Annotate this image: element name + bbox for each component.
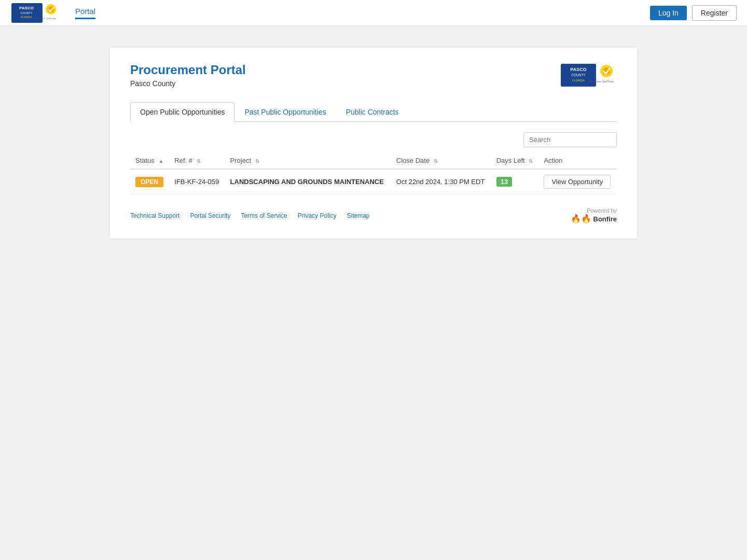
tab-public-contracts[interactable]: Public Contracts xyxy=(336,102,409,122)
days-left-badge: 13 xyxy=(496,177,512,187)
col-header-action: Action xyxy=(538,152,617,169)
table-body: OPEN IFB-KF-24-059 LANDSCAPING AND GROUN… xyxy=(130,169,617,194)
portal-title: Procurement Portal xyxy=(130,63,246,77)
table-header: Status ▲ Ref. # ⇅ Project ⇅ Close Date ⇅… xyxy=(130,152,617,169)
svg-text:FLORIDA: FLORIDA xyxy=(572,79,585,82)
col-header-ref[interactable]: Ref. # ⇅ xyxy=(169,152,225,169)
tab-past-public-opportunities[interactable]: Past Public Opportunities xyxy=(234,102,336,122)
svg-text:One Source. One Focus.: One Source. One Focus. xyxy=(34,17,57,20)
portal-logo: PASCO COUNTY FLORIDA One Source. One Foc… xyxy=(560,63,617,89)
sort-icon-project: ⇅ xyxy=(255,158,259,164)
powered-by-label: Powered by xyxy=(571,207,617,214)
portal-title-area: Procurement Portal Pasco County xyxy=(130,63,246,88)
svg-text:COUNTY: COUNTY xyxy=(20,11,33,15)
footer-links: Technical Support Portal Security Terms … xyxy=(130,212,370,219)
sort-icon-status: ▲ xyxy=(158,158,163,164)
cell-status: OPEN xyxy=(130,169,169,194)
main-container: Procurement Portal Pasco County PASCO CO… xyxy=(109,47,638,240)
portal-footer: Technical Support Portal Security Terms … xyxy=(130,207,617,223)
portal-subtitle: Pasco County xyxy=(130,79,246,88)
opportunities-table: Status ▲ Ref. # ⇅ Project ⇅ Close Date ⇅… xyxy=(130,152,617,194)
powered-by-area: Powered by 🔥🔥 Bonfire xyxy=(571,207,617,223)
svg-text:COUNTY: COUNTY xyxy=(571,73,586,77)
nav-portal-link[interactable]: Portal xyxy=(75,7,95,19)
svg-text:PASCO: PASCO xyxy=(570,67,586,72)
col-header-status[interactable]: Status ▲ xyxy=(130,152,169,169)
register-button[interactable]: Register xyxy=(692,5,737,21)
cell-close-date: Oct 22nd 2024, 1:30 PM EDT xyxy=(391,169,491,194)
footer-link-portal-security[interactable]: Portal Security xyxy=(190,212,230,219)
view-opportunity-button[interactable]: View Opportunity xyxy=(544,175,611,189)
footer-link-sitemap[interactable]: Sitemap xyxy=(347,212,369,219)
sort-icon-days-left: ⇅ xyxy=(529,158,533,164)
bonfire-icon: 🔥🔥 xyxy=(571,214,591,223)
status-badge: OPEN xyxy=(135,177,163,187)
top-nav: PASCO COUNTY FLORIDA One Source. One Foc… xyxy=(0,0,747,26)
cell-project: LANDSCAPING AND GROUNDS MAINTENANCE xyxy=(225,169,391,194)
tab-bar: Open Public Opportunities Past Public Op… xyxy=(130,102,617,122)
pasco-logo-icon: PASCO COUNTY FLORIDA One Source. One Foc… xyxy=(10,2,60,24)
table-row: OPEN IFB-KF-24-059 LANDSCAPING AND GROUN… xyxy=(130,169,617,194)
bonfire-brand: 🔥🔥 Bonfire xyxy=(571,214,617,223)
nav-right: Log In Register xyxy=(650,5,737,21)
svg-text:FLORIDA: FLORIDA xyxy=(21,16,32,19)
pasco-logo-right-icon: PASCO COUNTY FLORIDA One Source. One Foc… xyxy=(560,63,617,88)
search-row xyxy=(130,132,617,147)
svg-text:PASCO: PASCO xyxy=(19,6,34,10)
login-button[interactable]: Log In xyxy=(650,6,687,20)
footer-link-terms-of-service[interactable]: Terms of Service xyxy=(241,212,287,219)
footer-link-technical-support[interactable]: Technical Support xyxy=(130,212,179,219)
tab-open-public-opportunities[interactable]: Open Public Opportunities xyxy=(130,102,234,122)
cell-ref: IFB-KF-24-059 xyxy=(169,169,225,194)
search-input[interactable] xyxy=(523,132,617,147)
portal-header: Procurement Portal Pasco County PASCO CO… xyxy=(130,63,617,89)
col-header-close-date[interactable]: Close Date ⇅ xyxy=(391,152,491,169)
cell-days-left: 13 xyxy=(491,169,539,194)
svg-text:One Source. One Focus.: One Source. One Focus. xyxy=(588,80,614,83)
nav-left: PASCO COUNTY FLORIDA One Source. One Foc… xyxy=(10,2,95,24)
col-header-project[interactable]: Project ⇅ xyxy=(225,152,391,169)
bonfire-text: Bonfire xyxy=(593,215,617,223)
footer-link-privacy-policy[interactable]: Privacy Policy xyxy=(298,212,337,219)
sort-icon-close-date: ⇅ xyxy=(434,158,438,164)
col-header-days-left[interactable]: Days Left ⇅ xyxy=(491,152,539,169)
logo: PASCO COUNTY FLORIDA One Source. One Foc… xyxy=(10,2,60,24)
cell-action: View Opportunity xyxy=(538,169,617,194)
sort-icon-ref: ⇅ xyxy=(197,158,201,164)
